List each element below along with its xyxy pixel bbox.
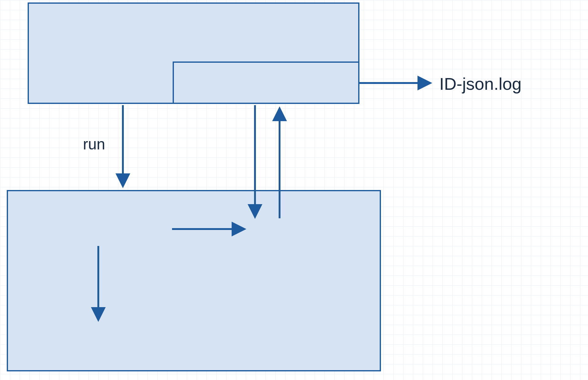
arrows-layer — [0, 0, 588, 380]
